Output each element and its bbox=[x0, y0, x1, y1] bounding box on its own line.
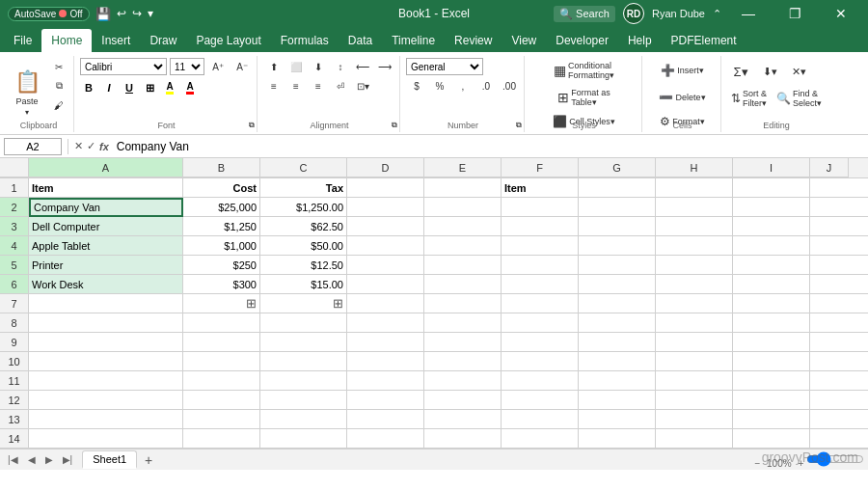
cell-I10[interactable] bbox=[733, 352, 810, 371]
undo-icon[interactable]: ↩ bbox=[117, 7, 126, 20]
cell-F2[interactable] bbox=[502, 198, 579, 217]
row-header-4[interactable]: 4 bbox=[0, 236, 29, 256]
row-header-12[interactable]: 12 bbox=[0, 391, 29, 410]
cell-A4[interactable]: Apple Tablet bbox=[29, 236, 183, 256]
cell-F14[interactable] bbox=[502, 429, 579, 449]
align-top-button[interactable]: ⬆ bbox=[263, 58, 285, 75]
cell-J9[interactable] bbox=[810, 333, 868, 352]
cell-D12[interactable] bbox=[347, 391, 424, 410]
font-expand-icon[interactable]: ⧉ bbox=[249, 121, 255, 130]
cell-G4[interactable] bbox=[579, 236, 656, 256]
tab-file[interactable]: File bbox=[4, 29, 41, 52]
cell-I6[interactable] bbox=[733, 275, 810, 294]
cell-G7[interactable] bbox=[579, 294, 656, 313]
cell-F5[interactable] bbox=[502, 256, 579, 275]
cell-D5[interactable] bbox=[347, 256, 424, 275]
cell-H8[interactable] bbox=[656, 313, 733, 333]
cell-I2[interactable] bbox=[733, 198, 810, 217]
cell-C6[interactable]: $15.00 bbox=[260, 275, 347, 294]
cell-I9[interactable] bbox=[733, 333, 810, 352]
cell-D1[interactable] bbox=[347, 178, 424, 198]
cell-E14[interactable] bbox=[424, 429, 502, 449]
cell-B2[interactable]: $25,000 bbox=[183, 198, 260, 217]
cell-B8[interactable] bbox=[183, 313, 260, 333]
alignment-expand-icon[interactable]: ⧉ bbox=[392, 121, 397, 130]
cell-A11[interactable] bbox=[29, 371, 183, 391]
col-header-j[interactable]: J bbox=[810, 158, 849, 177]
zoom-out-button[interactable]: − bbox=[754, 458, 760, 469]
last-sheet-button[interactable]: ▶| bbox=[59, 452, 77, 467]
font-shrink-button[interactable]: A⁻ bbox=[231, 58, 253, 75]
restore-button[interactable]: ❐ bbox=[775, 0, 814, 27]
cell-B14[interactable] bbox=[183, 429, 260, 449]
row-header-13[interactable]: 13 bbox=[0, 410, 29, 429]
sheet-tab-1[interactable]: Sheet1 bbox=[82, 450, 137, 469]
cell-H9[interactable] bbox=[656, 333, 733, 352]
cell-J10[interactable] bbox=[810, 352, 868, 371]
tab-data[interactable]: Data bbox=[339, 29, 382, 52]
insert-function-icon[interactable]: fx bbox=[99, 141, 109, 152]
delete-button[interactable]: ➖ Delete▾ bbox=[655, 85, 709, 110]
autosum-button[interactable]: Σ▾ bbox=[727, 58, 754, 85]
cell-A3[interactable]: Dell Computer bbox=[29, 217, 183, 236]
cell-B5[interactable]: $250 bbox=[183, 256, 260, 275]
cell-A7[interactable] bbox=[29, 294, 183, 313]
cell-J8[interactable] bbox=[810, 313, 868, 333]
wrap-text-button[interactable]: ⏎ bbox=[330, 77, 351, 95]
cell-D8[interactable] bbox=[347, 313, 424, 333]
currency-button[interactable]: $ bbox=[406, 77, 427, 95]
cell-F3[interactable] bbox=[502, 217, 579, 236]
tab-timeline[interactable]: Timeline bbox=[382, 29, 445, 52]
tab-home[interactable]: Home bbox=[41, 29, 92, 52]
cell-F7[interactable] bbox=[502, 294, 579, 313]
increase-decimal-button[interactable]: .0 bbox=[475, 77, 497, 95]
cell-H14[interactable] bbox=[656, 429, 733, 449]
cell-C4[interactable]: $50.00 bbox=[260, 236, 347, 256]
autosave-toggle[interactable]: AutoSave Off bbox=[8, 7, 90, 21]
cell-H13[interactable] bbox=[656, 410, 733, 429]
cell-E1[interactable] bbox=[424, 178, 502, 198]
cell-H4[interactable] bbox=[656, 236, 733, 256]
font-family-select[interactable]: Calibri bbox=[80, 58, 167, 75]
cell-E9[interactable] bbox=[424, 333, 502, 352]
cell-G1[interactable] bbox=[579, 178, 656, 198]
cell-A8[interactable] bbox=[29, 313, 183, 333]
indent-decrease-button[interactable]: ⟵ bbox=[352, 58, 373, 75]
cell-A6[interactable]: Work Desk bbox=[29, 275, 183, 294]
cell-E6[interactable] bbox=[424, 275, 502, 294]
format-table-button[interactable]: ⊞ Format asTable▾ bbox=[549, 85, 619, 110]
cell-D3[interactable] bbox=[347, 217, 424, 236]
row-header-7[interactable]: 7 bbox=[0, 294, 29, 313]
cell-D7[interactable] bbox=[347, 294, 424, 313]
cell-G8[interactable] bbox=[579, 313, 656, 333]
cell-G5[interactable] bbox=[579, 256, 656, 275]
cell-D13[interactable] bbox=[347, 410, 424, 429]
cell-J12[interactable] bbox=[810, 391, 868, 410]
fill-button[interactable]: ⬇▾ bbox=[756, 58, 783, 85]
cell-J14[interactable] bbox=[810, 429, 868, 449]
cell-E3[interactable] bbox=[424, 217, 502, 236]
tab-developer[interactable]: Developer bbox=[546, 29, 618, 52]
cell-J3[interactable] bbox=[810, 217, 868, 236]
tab-review[interactable]: Review bbox=[445, 29, 502, 52]
cell-B10[interactable] bbox=[183, 352, 260, 371]
row-header-10[interactable]: 10 bbox=[0, 352, 29, 371]
cell-F11[interactable] bbox=[502, 371, 579, 391]
row-header-1[interactable]: 1 bbox=[0, 178, 29, 198]
col-header-d[interactable]: D bbox=[347, 158, 424, 177]
percent-button[interactable]: % bbox=[429, 77, 450, 95]
cell-C14[interactable] bbox=[260, 429, 347, 449]
cell-E2[interactable] bbox=[424, 198, 502, 217]
cell-F13[interactable] bbox=[502, 410, 579, 429]
cell-I8[interactable] bbox=[733, 313, 810, 333]
cell-I1[interactable] bbox=[733, 178, 810, 198]
cell-G10[interactable] bbox=[579, 352, 656, 371]
cell-D14[interactable] bbox=[347, 429, 424, 449]
cell-D4[interactable] bbox=[347, 236, 424, 256]
cell-B6[interactable]: $300 bbox=[183, 275, 260, 294]
cell-D2[interactable] bbox=[347, 198, 424, 217]
align-left-button[interactable]: ≡ bbox=[263, 77, 285, 95]
cell-I11[interactable] bbox=[733, 371, 810, 391]
zoom-in-button[interactable]: + bbox=[798, 458, 803, 469]
cell-G11[interactable] bbox=[579, 371, 656, 391]
